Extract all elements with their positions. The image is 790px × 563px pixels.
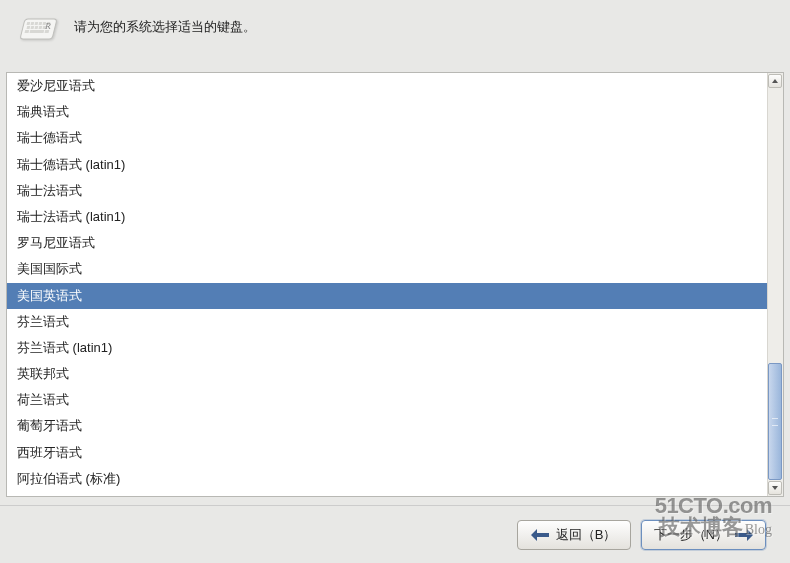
list-item[interactable]: 瑞士法语式	[7, 178, 767, 204]
keyboard-list-items[interactable]: 爱沙尼亚语式瑞典语式瑞士德语式瑞士德语式 (latin1)瑞士法语式瑞士法语式 …	[7, 73, 767, 496]
scroll-thumb[interactable]	[768, 363, 782, 480]
svg-rect-13	[30, 30, 45, 33]
arrow-left-icon	[531, 529, 549, 541]
list-item[interactable]: 西班牙语式	[7, 440, 767, 466]
list-item[interactable]: 马其顿语式	[7, 492, 767, 496]
list-item[interactable]: 芬兰语式 (latin1)	[7, 335, 767, 361]
list-item[interactable]: 美国国际式	[7, 256, 767, 282]
footer: 返回（B） 下一步（N）	[0, 505, 790, 563]
next-button-label: 下一步（N）	[654, 526, 728, 544]
list-item[interactable]: 荷兰语式	[7, 387, 767, 413]
list-item[interactable]: 英联邦式	[7, 361, 767, 387]
list-item[interactable]: 瑞典语式	[7, 99, 767, 125]
scrollbar[interactable]	[767, 73, 783, 496]
next-button[interactable]: 下一步（N）	[641, 520, 766, 550]
back-button[interactable]: 返回（B）	[517, 520, 631, 550]
list-item[interactable]: 美国英语式	[7, 283, 767, 309]
list-item[interactable]: 芬兰语式	[7, 309, 767, 335]
back-button-label: 返回（B）	[556, 526, 617, 544]
list-item[interactable]: 爱沙尼亚语式	[7, 75, 767, 99]
scroll-up-button[interactable]	[768, 74, 782, 88]
list-item[interactable]: 罗马尼亚语式	[7, 230, 767, 256]
list-item[interactable]: 瑞士德语式	[7, 125, 767, 151]
header: R 请为您的系统选择适当的键盘。	[0, 0, 790, 56]
scroll-down-button[interactable]	[768, 481, 782, 495]
keyboard-icon: R	[18, 14, 60, 46]
arrow-right-icon	[735, 529, 753, 541]
keyboard-list: 爱沙尼亚语式瑞典语式瑞士德语式瑞士德语式 (latin1)瑞士法语式瑞士法语式 …	[6, 72, 784, 497]
list-item[interactable]: 阿拉伯语式 (标准)	[7, 466, 767, 492]
svg-rect-12	[25, 30, 30, 33]
list-item[interactable]: 葡萄牙语式	[7, 413, 767, 439]
list-item[interactable]: 瑞士法语式 (latin1)	[7, 204, 767, 230]
list-item[interactable]: 瑞士德语式 (latin1)	[7, 152, 767, 178]
instruction-text: 请为您的系统选择适当的键盘。	[74, 14, 256, 36]
